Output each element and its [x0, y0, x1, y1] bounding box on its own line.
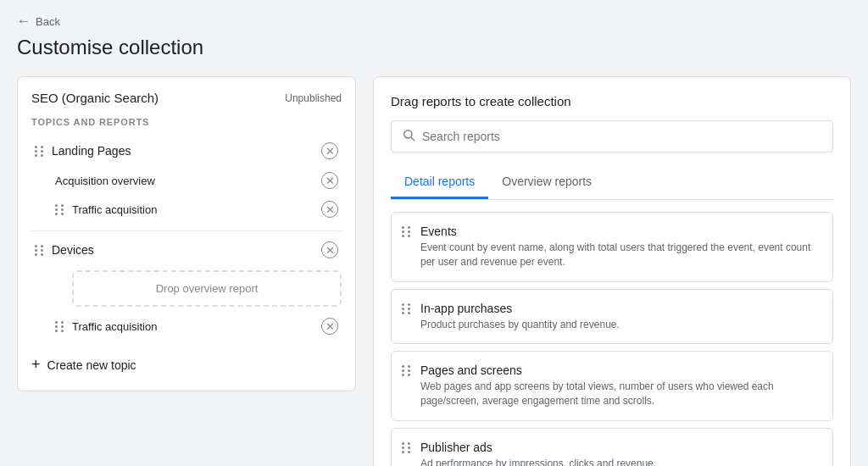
- topic-label-devices: Devices: [52, 243, 314, 257]
- tab-overview-reports[interactable]: Overview reports: [488, 166, 605, 199]
- remove-landing-pages-button[interactable]: ✕: [321, 142, 338, 159]
- create-topic-button[interactable]: + Create new topic: [31, 352, 136, 377]
- report-name-publisher-ads: Publisher ads: [420, 441, 822, 454]
- topic-row-devices: Devices ✕: [31, 235, 342, 265]
- drag-handle-devices[interactable]: [35, 245, 45, 256]
- back-arrow-icon: ←: [17, 14, 31, 29]
- report-info-pages-and-screens: Pages and screens Web pages and app scre…: [420, 363, 822, 408]
- report-item-pages-and-screens[interactable]: Pages and screens Web pages and app scre…: [391, 351, 833, 421]
- report-item-publisher-ads[interactable]: Publisher ads Ad performance by impressi…: [391, 428, 833, 466]
- tab-detail-reports[interactable]: Detail reports: [391, 166, 488, 199]
- back-link[interactable]: ← Back: [17, 14, 851, 29]
- sub-row-traffic-acquisition-2: Traffic acquisition ✕: [52, 312, 342, 341]
- drag-handle-events[interactable]: [402, 226, 412, 237]
- back-label: Back: [36, 15, 60, 28]
- drag-handle-in-app-purchases[interactable]: [402, 303, 412, 314]
- collection-name: SEO (Organic Search): [31, 91, 159, 105]
- right-panel-title: Drag reports to create collection: [391, 94, 833, 108]
- main-content: SEO (Organic Search) Unpublished TOPICS …: [17, 76, 851, 466]
- remove-devices-button[interactable]: ✕: [321, 241, 338, 258]
- report-desc-publisher-ads: Ad performance by impressions, clicks an…: [420, 457, 822, 466]
- report-desc-pages-and-screens: Web pages and app screens by total views…: [420, 380, 822, 408]
- remove-traffic-acquisition-2-button[interactable]: ✕: [321, 318, 338, 335]
- drag-handle-pages-and-screens[interactable]: [402, 365, 412, 376]
- sub-items-devices: Drop overview report Traffic acquisition: [52, 270, 342, 341]
- report-info-in-app-purchases: In-app purchases Product purchases by qu…: [420, 302, 822, 332]
- drag-handle-traffic-acquisition-1[interactable]: [55, 204, 65, 215]
- page-title: Customise collection: [17, 36, 851, 59]
- report-desc-events: Event count by event name, along with to…: [420, 241, 822, 269]
- drag-handle-landing-pages[interactable]: [35, 146, 45, 157]
- sub-label-traffic-acquisition-1: Traffic acquisition: [72, 203, 314, 216]
- svg-line-1: [411, 137, 415, 141]
- tabs: Detail reports Overview reports: [391, 166, 833, 200]
- report-name-in-app-purchases: In-app purchases: [420, 302, 822, 315]
- topic-label-landing-pages: Landing Pages: [52, 144, 314, 158]
- sub-items-landing-pages: Acquisition overview ✕ Traffic acqui: [52, 166, 342, 224]
- report-item-in-app-purchases[interactable]: In-app purchases Product purchases by qu…: [391, 289, 833, 345]
- report-info-publisher-ads: Publisher ads Ad performance by impressi…: [420, 441, 822, 466]
- drop-zone-label: Drop overview report: [156, 282, 259, 295]
- report-name-pages-and-screens: Pages and screens: [420, 363, 822, 377]
- topic-group-landing-pages: Landing Pages ✕ Acquisition overview ✕: [31, 136, 342, 224]
- sub-label-acquisition-overview: Acquisition overview: [55, 175, 314, 187]
- drag-handle-publisher-ads[interactable]: [402, 442, 412, 453]
- section-label: TOPICS AND REPORTS: [31, 117, 342, 127]
- sub-row-traffic-acquisition-1: Traffic acquisition ✕: [52, 195, 342, 224]
- report-info-events: Events Event count by event name, along …: [420, 225, 822, 269]
- topic-group-devices: Devices ✕ Drop overview report: [31, 235, 342, 341]
- create-topic-label: Create new topic: [47, 358, 136, 372]
- remove-acquisition-overview-button[interactable]: ✕: [321, 172, 338, 189]
- search-bar: [391, 120, 833, 153]
- search-input[interactable]: [422, 130, 822, 143]
- report-list: Events Event count by event name, along …: [391, 212, 833, 466]
- search-icon: [402, 128, 415, 145]
- right-panel: Drag reports to create collection Detail…: [373, 76, 851, 466]
- report-name-events: Events: [420, 225, 822, 238]
- remove-traffic-acquisition-1-button[interactable]: ✕: [321, 201, 338, 218]
- drag-handle-traffic-acquisition-2[interactable]: [55, 321, 65, 332]
- left-panel: SEO (Organic Search) Unpublished TOPICS …: [17, 76, 356, 391]
- status-badge: Unpublished: [285, 92, 342, 104]
- sub-label-traffic-acquisition-2: Traffic acquisition: [72, 320, 314, 333]
- divider-1: [31, 230, 342, 231]
- plus-icon: +: [31, 356, 41, 374]
- report-item-events[interactable]: Events Event count by event name, along …: [391, 212, 833, 282]
- drop-zone-overview[interactable]: Drop overview report: [72, 270, 342, 307]
- sub-row-acquisition-overview: Acquisition overview ✕: [52, 166, 342, 195]
- report-desc-in-app-purchases: Product purchases by quantity and revenu…: [420, 318, 822, 332]
- topic-row-landing-pages: Landing Pages ✕: [31, 136, 342, 166]
- collection-header: SEO (Organic Search) Unpublished: [31, 91, 342, 105]
